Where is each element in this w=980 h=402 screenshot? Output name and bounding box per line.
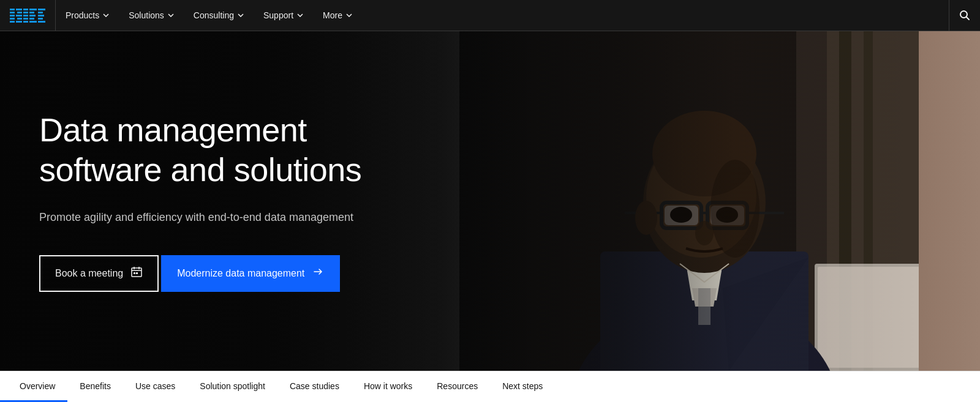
svg-rect-20 [38,9,45,10]
hero-title: Data management software and solutions [39,110,390,190]
nav-consulting-label: Consulting [194,10,234,20]
svg-rect-16 [29,12,34,13]
svg-rect-6 [17,12,22,13]
svg-rect-22 [38,15,44,17]
hero-content: Data management software and solutions P… [0,31,429,371]
svg-rect-1 [10,12,15,13]
logo[interactable] [0,0,56,31]
svg-rect-23 [38,18,43,20]
svg-rect-11 [23,12,28,13]
tab-resources-label: Resources [437,381,478,391]
chevron-down-icon [238,13,244,17]
chevron-down-icon [297,13,303,17]
tab-next-steps[interactable]: Next steps [490,371,555,402]
nav-more-label: More [323,10,342,20]
tab-resources[interactable]: Resources [424,371,490,402]
search-icon [959,9,971,21]
svg-rect-4 [10,21,15,23]
svg-rect-14 [23,21,28,23]
svg-rect-2 [10,15,15,17]
book-meeting-button[interactable]: Book a meeting [39,255,159,292]
tab-benefits[interactable]: Benefits [67,371,123,402]
nav-solutions-label: Solutions [129,10,164,20]
arrow-right-icon [312,266,324,281]
nav-solutions[interactable]: Solutions [119,0,184,31]
tab-how-it-works-label: How it works [364,381,412,391]
hero-cta-group: Book a meeting Modernize data management [39,255,390,292]
nav-items: Products Solutions Consulting Support Mo… [56,0,949,31]
svg-rect-21 [38,12,43,13]
svg-rect-15 [29,9,37,10]
chevron-down-icon [168,13,174,17]
svg-rect-56 [136,272,138,274]
svg-rect-24 [38,21,45,23]
tab-solution-spotlight[interactable]: Solution spotlight [187,371,277,402]
hero-section: Data management software and solutions P… [0,31,980,371]
tab-how-it-works[interactable]: How it works [352,371,424,402]
hero-subtitle: Promote agility and efficiency with end-… [39,209,358,226]
tab-benefits-label: Benefits [80,381,111,391]
book-meeting-label: Book a meeting [55,268,123,279]
nav-more[interactable]: More [313,0,362,31]
tab-use-cases[interactable]: Use cases [123,371,187,402]
svg-rect-7 [16,15,22,17]
svg-rect-5 [16,9,22,10]
tab-next-steps-label: Next steps [502,381,543,391]
navbar: Products Solutions Consulting Support Mo… [0,0,980,31]
nav-products-label: Products [66,10,99,20]
svg-rect-19 [29,21,37,23]
svg-rect-0 [10,9,15,10]
svg-rect-9 [16,21,22,23]
svg-rect-10 [23,9,28,10]
tab-case-studies-label: Case studies [290,381,339,391]
nav-support[interactable]: Support [254,0,313,31]
chevron-down-icon [346,13,352,17]
modernize-button[interactable]: Modernize data management [161,255,340,292]
modernize-label: Modernize data management [177,268,304,279]
ibm-logo-icon [10,9,45,23]
svg-rect-3 [10,18,15,20]
svg-rect-13 [23,18,28,20]
svg-rect-55 [134,272,135,274]
svg-rect-18 [29,18,34,20]
search-button[interactable] [949,0,980,31]
tab-overview[interactable]: Overview [0,371,67,402]
tabs-navigation: Overview Benefits Use cases Solution spo… [0,371,980,402]
tab-case-studies[interactable]: Case studies [277,371,352,402]
tab-use-cases-label: Use cases [135,381,175,391]
tab-overview-label: Overview [20,381,55,391]
calendar-icon [130,266,143,281]
nav-consulting[interactable]: Consulting [184,0,254,31]
nav-support-label: Support [263,10,293,20]
svg-rect-8 [17,18,22,20]
tab-solution-spotlight-label: Solution spotlight [200,381,265,391]
svg-rect-17 [29,15,36,17]
svg-rect-12 [23,15,28,17]
nav-products[interactable]: Products [56,0,119,31]
chevron-down-icon [103,13,109,17]
